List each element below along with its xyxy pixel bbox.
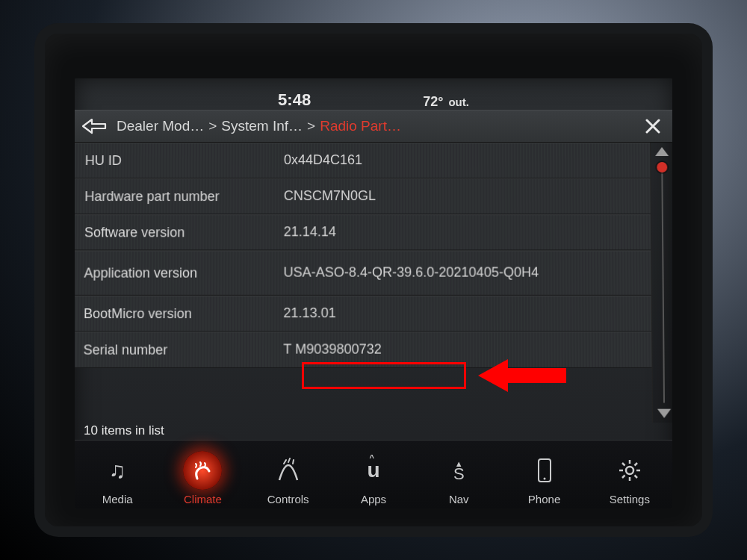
nav-label: Phone bbox=[528, 493, 560, 505]
nav-phone[interactable]: Phone bbox=[509, 451, 580, 505]
list-item[interactable]: BootMicro version 21.13.01 bbox=[75, 296, 651, 332]
controls-icon bbox=[269, 451, 308, 490]
row-value: 0x44D4C161 bbox=[284, 152, 650, 169]
nav-controls[interactable]: Controls bbox=[252, 451, 324, 505]
row-value: 21.13.01 bbox=[283, 305, 651, 322]
back-arrow-icon bbox=[81, 118, 107, 134]
close-icon bbox=[645, 119, 660, 134]
breadcrumb[interactable]: Dealer Mod… > System Inf… > Radio Part… bbox=[117, 118, 630, 134]
row-label: BootMicro version bbox=[75, 305, 283, 321]
scroll-up-icon[interactable] bbox=[655, 147, 669, 156]
temp-value: 72° bbox=[423, 94, 443, 109]
breadcrumb-sep: > bbox=[307, 118, 315, 134]
svg-point-2 bbox=[626, 467, 633, 474]
climate-icon bbox=[183, 451, 222, 490]
breadcrumb-item-2[interactable]: Radio Part… bbox=[320, 118, 401, 134]
row-label: Software version bbox=[75, 225, 284, 240]
row-label: Application version bbox=[75, 265, 284, 281]
compass-icon: ▲S bbox=[439, 451, 478, 490]
svg-line-7 bbox=[622, 463, 625, 466]
nav-settings[interactable]: Settings bbox=[594, 451, 666, 505]
scroll-thumb[interactable] bbox=[657, 162, 667, 172]
screen: 5:48 72° out. Dealer Mod… > System Inf… … bbox=[75, 78, 672, 508]
svg-point-1 bbox=[543, 478, 545, 480]
row-value: 21.14.14 bbox=[284, 224, 651, 240]
nav-media[interactable]: ♫ Media bbox=[81, 451, 153, 505]
temp-suffix: out. bbox=[448, 96, 469, 108]
content-body: HU ID 0x44D4C161 Hardware part number CN… bbox=[75, 143, 672, 423]
status-bar: 5:48 72° out. bbox=[75, 78, 672, 110]
breadcrumb-sep: > bbox=[208, 118, 217, 134]
gear-icon bbox=[610, 451, 649, 490]
row-label: Hardware part number bbox=[75, 189, 284, 205]
breadcrumb-item-1[interactable]: System Inf… bbox=[221, 118, 303, 134]
outside-temp: 72° out. bbox=[423, 94, 469, 110]
list-item[interactable]: Application version USA-ASO-8.4-QR-39.6.… bbox=[75, 250, 651, 295]
row-label: HU ID bbox=[75, 152, 284, 168]
row-value: USA-ASO-8.4-QR-39.6.0-20210405-Q0H4 bbox=[284, 265, 651, 281]
nav-label: Climate bbox=[184, 493, 222, 505]
svg-line-9 bbox=[622, 476, 625, 479]
scrollbar[interactable] bbox=[650, 143, 672, 423]
close-button[interactable] bbox=[638, 114, 668, 138]
breadcrumb-item-0[interactable]: Dealer Mod… bbox=[117, 118, 204, 134]
phone-icon bbox=[525, 451, 564, 490]
bottom-nav: ♫ Media Climate Controls u^ Apps bbox=[75, 440, 672, 508]
row-label: Serial number bbox=[75, 342, 283, 358]
nav-label: Nav bbox=[449, 493, 469, 505]
apps-icon: u^ bbox=[354, 451, 393, 490]
nav-climate[interactable]: Climate bbox=[167, 451, 238, 505]
list-count: 10 items in list bbox=[75, 420, 672, 440]
device-bezel: 5:48 72° out. Dealer Mod… > System Inf… … bbox=[45, 34, 702, 526]
music-icon: ♫ bbox=[98, 451, 137, 490]
nav-nav[interactable]: ▲S Nav bbox=[423, 451, 495, 505]
scroll-down-icon[interactable] bbox=[657, 409, 671, 418]
nav-label: Controls bbox=[267, 493, 309, 505]
row-value: T M9039800732 bbox=[283, 342, 651, 358]
scroll-track[interactable] bbox=[661, 162, 665, 403]
nav-apps[interactable]: u^ Apps bbox=[338, 451, 409, 505]
list-item[interactable]: HU ID 0x44D4C161 bbox=[75, 143, 650, 178]
back-button[interactable] bbox=[79, 114, 109, 138]
nav-label: Apps bbox=[361, 493, 386, 505]
info-list[interactable]: HU ID 0x44D4C161 Hardware part number CN… bbox=[75, 143, 652, 423]
nav-label: Settings bbox=[610, 493, 650, 505]
list-item[interactable]: Serial number T M9039800732 bbox=[75, 332, 652, 368]
clock: 5:48 bbox=[278, 90, 311, 110]
list-item[interactable]: Software version 21.14.14 bbox=[75, 214, 651, 250]
svg-line-8 bbox=[634, 476, 637, 479]
svg-line-10 bbox=[634, 463, 637, 466]
nav-label: Media bbox=[102, 493, 133, 505]
row-value: CNSCM7N0GL bbox=[284, 188, 651, 205]
list-item[interactable]: Hardware part number CNSCM7N0GL bbox=[75, 178, 651, 214]
breadcrumb-bar: Dealer Mod… > System Inf… > Radio Part… bbox=[75, 110, 672, 143]
